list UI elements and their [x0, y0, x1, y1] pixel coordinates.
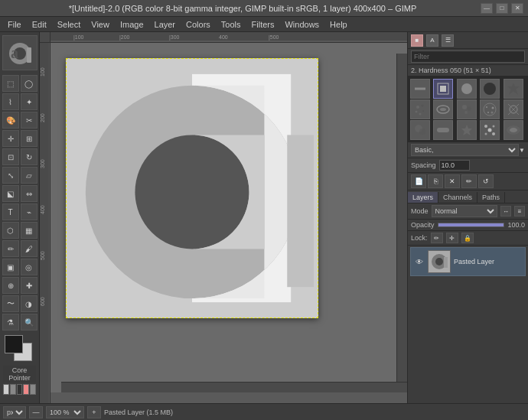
spacing-input[interactable]: [439, 160, 470, 171]
tool-heal[interactable]: ✚: [21, 277, 37, 294]
zoom-select[interactable]: 100 %: [46, 406, 84, 418]
tab-layers[interactable]: Layers: [408, 192, 438, 203]
tool-perspective[interactable]: ⬕: [2, 185, 19, 202]
unit-select[interactable]: px: [3, 406, 26, 418]
menu-select[interactable]: Select: [53, 18, 86, 31]
opacity-fill: [438, 223, 504, 226]
menu-bar: File Edit Select View Image Layer Colors…: [0, 17, 528, 32]
close-button[interactable]: ✕: [511, 3, 523, 14]
tool-zoom-tool[interactable]: 🔍: [21, 314, 37, 330]
tool-blend[interactable]: ▦: [21, 222, 37, 239]
brush-icon-btn-1[interactable]: ■: [411, 34, 423, 47]
tool-free-select[interactable]: ⌇: [2, 93, 19, 110]
scrollbar-horizontal[interactable]: [61, 382, 407, 392]
mode-btn-2[interactable]: ≡: [514, 206, 525, 217]
brush-cell-1[interactable]: [410, 79, 430, 99]
brush-cell-2[interactable]: [433, 79, 453, 99]
menu-colors[interactable]: Colors: [181, 18, 215, 31]
zoom-in-button[interactable]: +: [87, 406, 101, 418]
brush-edit-button[interactable]: ✏: [461, 174, 477, 188]
tool-eraser[interactable]: ▣: [2, 259, 19, 275]
tool-scale[interactable]: ⤡: [2, 167, 19, 184]
brush-cell-12[interactable]: [433, 120, 453, 140]
brush-cell-3[interactable]: [457, 79, 477, 99]
brush-icon-btn-3[interactable]: ☰: [442, 34, 454, 47]
brush-refresh-button[interactable]: ↺: [478, 174, 494, 188]
menu-image[interactable]: Image: [116, 18, 148, 31]
title-text: *[Untitled]-2.0 (RGB color 8-bit gamma i…: [5, 4, 481, 13]
tool-rotate[interactable]: ↻: [21, 148, 37, 165]
foreground-color-box[interactable]: [5, 335, 23, 353]
tool-row-10: ✏ 🖌: [2, 240, 37, 257]
menu-file[interactable]: File: [3, 18, 26, 31]
canvas-area[interactable]: |100 |200 |300 400 |500 100 200 300 400 …: [40, 32, 407, 403]
zoom-out-button[interactable]: —: [29, 406, 43, 418]
tool-dodge-burn[interactable]: ◑: [21, 295, 37, 312]
tab-paths[interactable]: Paths: [477, 192, 505, 203]
brush-cell-11[interactable]: [410, 120, 430, 140]
tool-airbrush[interactable]: ◎: [21, 259, 37, 275]
menu-tools[interactable]: Tools: [217, 18, 246, 31]
tool-shear[interactable]: ▱: [21, 167, 37, 184]
brush-cell-10[interactable]: [504, 99, 523, 119]
tool-path[interactable]: ⌁: [21, 203, 37, 220]
minimize-button[interactable]: —: [481, 3, 493, 14]
tool-clone[interactable]: ⊕: [2, 277, 19, 294]
tool-select-by-color[interactable]: 🎨: [2, 112, 19, 129]
brush-cell-5[interactable]: [504, 79, 523, 99]
brush-cell-7[interactable]: [433, 99, 453, 119]
svg-text:a: a: [11, 44, 18, 61]
tool-flip[interactable]: ⇔: [21, 185, 37, 202]
lcp-tabs: Layers Channels Paths: [408, 192, 528, 203]
menu-view[interactable]: View: [86, 18, 114, 31]
menu-windows[interactable]: Windows: [280, 18, 324, 31]
lock-pixels-button[interactable]: ✏: [431, 233, 443, 243]
brush-cell-9[interactable]: [480, 99, 500, 119]
filter-input[interactable]: [411, 50, 525, 63]
menu-layer[interactable]: Layer: [150, 18, 181, 31]
tool-paintbrush[interactable]: 🖌: [21, 240, 37, 257]
basic-select[interactable]: Basic,: [411, 144, 519, 156]
canvas-wrapper[interactable]: [51, 43, 407, 392]
layer-entry[interactable]: 👁 Pasted Layer: [410, 247, 526, 276]
lock-all-button[interactable]: 🔒: [461, 233, 474, 243]
tool-pencil[interactable]: ✏: [2, 240, 19, 257]
layer-thumb-svg: [429, 251, 450, 272]
tool-text[interactable]: T: [2, 203, 19, 220]
title-bar: *[Untitled]-2.0 (RGB color 8-bit gamma i…: [0, 0, 528, 17]
tool-ellipse-select[interactable]: ◯: [21, 75, 37, 92]
brush-cell-4[interactable]: [480, 79, 500, 99]
brush-cell-6[interactable]: [410, 99, 430, 119]
tool-bucket-fill[interactable]: ⬡: [2, 222, 19, 239]
brush-cell-15[interactable]: [504, 120, 523, 140]
layer-visibility-icon[interactable]: 👁: [414, 256, 425, 267]
tab-channels[interactable]: Channels: [438, 192, 477, 203]
tool-smudge[interactable]: 〜: [2, 295, 19, 312]
tool-row-5: ⊡ ↻: [2, 148, 37, 165]
tool-fuzzy-select[interactable]: ✦: [21, 93, 37, 110]
brush-cell-14[interactable]: [480, 120, 500, 140]
brush-cell-13[interactable]: [457, 120, 477, 140]
brush-duplicate-button[interactable]: ⎘: [428, 174, 443, 188]
brush-delete-button[interactable]: ✕: [445, 174, 460, 188]
tool-align[interactable]: ⊞: [21, 130, 37, 147]
tool-color-picker[interactable]: ⚗: [2, 314, 19, 330]
scrollbar-vertical[interactable]: [396, 54, 407, 382]
color-boxes: [5, 335, 35, 363]
menu-edit[interactable]: Edit: [28, 18, 51, 31]
maximize-button[interactable]: □: [496, 3, 508, 14]
brush-icon-btn-2[interactable]: A: [426, 34, 438, 47]
opacity-slider[interactable]: [438, 223, 505, 227]
brush-new-button[interactable]: 📄: [411, 174, 426, 188]
tool-crop[interactable]: ⊡: [2, 148, 19, 165]
menu-filters[interactable]: Filters: [247, 18, 279, 31]
mode-select[interactable]: Normal: [432, 205, 497, 217]
menu-help[interactable]: Help: [325, 18, 352, 31]
lock-position-button[interactable]: ✛: [446, 233, 458, 243]
brush-cell-8[interactable]: [457, 99, 477, 119]
tool-rect-select[interactable]: ⬚: [2, 75, 19, 92]
mode-btn-1[interactable]: ↔: [500, 206, 511, 217]
tool-scissors[interactable]: ✂: [21, 112, 37, 129]
tool-move[interactable]: ✛: [2, 130, 19, 147]
svg-point-59: [435, 258, 443, 265]
